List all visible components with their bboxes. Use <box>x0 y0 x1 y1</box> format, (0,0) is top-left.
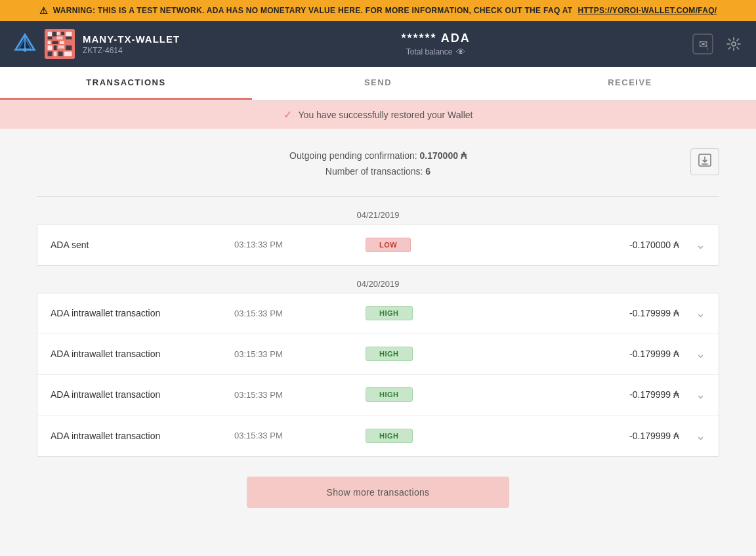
tx-badge: HIGH <box>366 347 471 361</box>
tx-type: ADA sent <box>51 240 234 250</box>
svg-rect-25 <box>64 52 72 56</box>
tx-time: 03:15:33 PM <box>234 431 366 440</box>
svg-rect-24 <box>58 52 63 56</box>
success-message: You have successfully restored your Wall… <box>299 110 473 120</box>
svg-rect-20 <box>58 45 64 49</box>
tx-time: 03:13:33 PM <box>234 240 366 249</box>
svg-rect-11 <box>48 37 52 40</box>
svg-rect-10 <box>66 32 72 37</box>
tx-type: ADA intrawallet transaction <box>51 308 234 318</box>
svg-rect-21 <box>66 45 72 50</box>
tx-badge: HIGH <box>366 387 471 402</box>
header: MANY-TX-WALLET ZKTZ-4614 ****** ADA Tota… <box>0 21 756 67</box>
yoroi-logo-icon <box>13 32 37 56</box>
summary: Outgoing pending confirmation: 0.170000 … <box>37 142 719 193</box>
tx-group-1: ADA sent 03:13:33 PM LOW -0.170000 ₳ ⌄ <box>37 224 719 266</box>
fee-badge-high: HIGH <box>366 429 413 443</box>
tab-receive[interactable]: RECEIVE <box>504 67 756 100</box>
svg-rect-22 <box>48 52 52 56</box>
date-header-1: 04/21/2019 <box>37 203 719 224</box>
svg-rect-15 <box>52 41 58 44</box>
tx-amount: -0.179999 ₳ <box>471 349 686 359</box>
expand-icon[interactable]: ⌄ <box>686 306 705 320</box>
tx-type: ADA intrawallet transaction <box>51 431 234 441</box>
tabs: TRANSACTIONS SEND RECEIVE <box>0 67 756 100</box>
tx-amount: -0.179999 ₳ <box>471 389 686 400</box>
tx-badge: LOW <box>366 238 471 252</box>
send-receive-icon[interactable]: ✉ ↑ <box>692 33 714 55</box>
check-icon: ✓ <box>284 108 292 121</box>
fee-badge-high: HIGH <box>366 306 413 320</box>
svg-rect-16 <box>60 41 64 44</box>
tx-badge: HIGH <box>366 306 471 320</box>
svg-rect-12 <box>56 37 62 40</box>
warning-link[interactable]: HTTPS://YOROI-WALLET.COM/FAQ/ <box>578 6 717 15</box>
svg-rect-17 <box>66 41 72 44</box>
outgoing-text: Outgoing pending confirmation: 0.170000 … <box>37 148 719 164</box>
tx-amount: -0.179999 ₳ <box>471 431 686 441</box>
svg-point-29 <box>732 42 736 46</box>
wallet-avatar <box>45 29 75 59</box>
wallet-name: MANY-TX-WALLET <box>83 33 180 45</box>
svg-rect-8 <box>56 32 60 35</box>
fee-badge-high: HIGH <box>366 387 413 402</box>
header-left: MANY-TX-WALLET ZKTZ-4614 <box>13 29 180 59</box>
expand-icon[interactable]: ⌄ <box>686 238 705 252</box>
svg-rect-18 <box>48 45 52 50</box>
main-content: Outgoing pending confirmation: 0.170000 … <box>17 129 739 541</box>
wallet-id: ZKTZ-4614 <box>83 46 180 55</box>
tx-type: ADA intrawallet transaction <box>51 349 234 359</box>
show-more-button[interactable]: Show more transactions <box>247 477 509 508</box>
header-center: ****** ADA Total balance 👁 <box>401 32 470 57</box>
fee-badge-high: HIGH <box>366 347 413 361</box>
svg-text:↑: ↑ <box>705 45 709 53</box>
date-header-2: 04/20/2019 <box>37 272 719 293</box>
table-row[interactable]: ADA intrawallet transaction 03:15:33 PM … <box>37 375 719 416</box>
tab-transactions[interactable]: TRANSACTIONS <box>0 67 252 100</box>
settings-icon[interactable] <box>724 35 743 53</box>
warning-icon: ⚠ <box>39 5 48 16</box>
tx-time: 03:15:33 PM <box>234 309 366 318</box>
expand-icon[interactable]: ⌄ <box>686 387 705 402</box>
warning-banner: ⚠ WARNING: THIS IS A TEST NETWORK. ADA H… <box>0 0 756 21</box>
table-row[interactable]: ADA intrawallet transaction 03:15:33 PM … <box>37 416 719 456</box>
svg-rect-13 <box>66 37 72 40</box>
tx-time: 03:15:33 PM <box>234 390 366 400</box>
tx-amount: -0.179999 ₳ <box>471 308 686 318</box>
tx-time: 03:15:33 PM <box>234 349 366 359</box>
export-button[interactable] <box>690 148 719 175</box>
balance-amount: ****** ADA <box>401 32 470 45</box>
svg-rect-23 <box>54 52 57 56</box>
svg-rect-6 <box>48 32 52 37</box>
expand-icon[interactable]: ⌄ <box>686 347 705 361</box>
tx-type: ADA intrawallet transaction <box>51 389 234 400</box>
tx-group-2: ADA intrawallet transaction 03:15:33 PM … <box>37 293 719 457</box>
tx-amount: -0.170000 ₳ <box>471 240 686 250</box>
svg-point-4 <box>23 48 26 51</box>
tx-badge: HIGH <box>366 429 471 443</box>
svg-rect-19 <box>54 45 57 50</box>
wallet-info: MANY-TX-WALLET ZKTZ-4614 <box>83 33 180 55</box>
table-row[interactable]: ADA intrawallet transaction 03:15:33 PM … <box>37 293 719 334</box>
expand-icon[interactable]: ⌄ <box>686 429 705 443</box>
table-row[interactable]: ADA intrawallet transaction 03:15:33 PM … <box>37 334 719 375</box>
balance-label: Total balance 👁 <box>401 47 470 57</box>
warning-text: WARNING: THIS IS A TEST NETWORK. ADA HAS… <box>53 6 573 15</box>
table-row[interactable]: ADA sent 03:13:33 PM LOW -0.170000 ₳ ⌄ <box>37 225 719 265</box>
tx-count-text: Number of transactions: 6 <box>37 164 719 180</box>
tab-send[interactable]: SEND <box>252 67 504 100</box>
svg-rect-7 <box>52 32 57 37</box>
header-right: ✉ ↑ <box>692 33 743 55</box>
divider <box>37 196 719 197</box>
fee-badge-low: LOW <box>366 238 411 252</box>
svg-rect-14 <box>48 41 51 44</box>
success-banner: ✓ You have successfully restored your Wa… <box>0 100 756 129</box>
svg-rect-9 <box>61 32 64 35</box>
eye-icon[interactable]: 👁 <box>456 47 465 57</box>
